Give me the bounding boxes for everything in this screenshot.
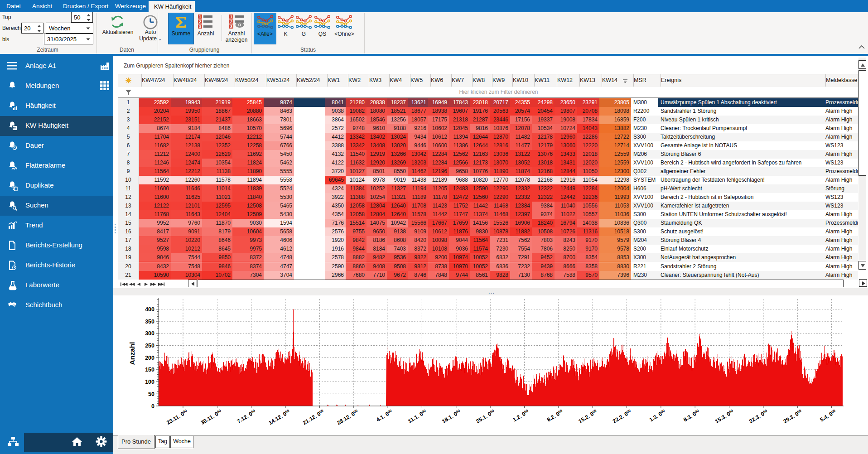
- svg-text:28.12. 000: 28.12. 000: [336, 408, 359, 426]
- svg-text:23.11. 000: 23.11. 000: [165, 408, 189, 426]
- svg-text:1: 1: [230, 14, 232, 19]
- svg-text:100: 100: [145, 379, 154, 385]
- svg-text:30.11. 000: 30.11. 000: [199, 408, 223, 426]
- svg-text:5.4. 000: 5.4. 000: [819, 408, 838, 423]
- svg-text:Anzahl: Anzahl: [128, 342, 136, 365]
- svg-text:350: 350: [145, 319, 154, 325]
- svg-text:18.1. 000: 18.1. 000: [441, 408, 462, 425]
- svg-text:1: 1: [199, 14, 201, 19]
- svg-text:25.1. 000: 25.1. 000: [475, 408, 496, 425]
- svg-text:15.3. 000: 15.3. 000: [714, 408, 735, 425]
- svg-text:21.12. 000: 21.12. 000: [302, 408, 325, 426]
- svg-text:29.3. 000: 29.3. 000: [782, 408, 804, 425]
- svg-text:1.3. 000: 1.3. 000: [648, 408, 667, 423]
- svg-text:400: 400: [145, 306, 154, 313]
- svg-text:7.12. 000: 7.12. 000: [236, 408, 257, 425]
- svg-text:200: 200: [145, 355, 154, 361]
- svg-text:3: 3: [199, 24, 201, 29]
- svg-text:50: 50: [148, 391, 154, 397]
- svg-text:250: 250: [145, 343, 154, 349]
- svg-text:8.3. 000: 8.3. 000: [682, 408, 701, 423]
- svg-text:150: 150: [145, 367, 154, 373]
- svg-text:2: 2: [230, 19, 232, 24]
- svg-text:11.1. 000: 11.1. 000: [407, 408, 428, 424]
- svg-text:3: 3: [230, 24, 232, 29]
- svg-text:1.2. 000: 1.2. 000: [511, 408, 530, 423]
- svg-text:0: 0: [151, 403, 154, 410]
- svg-text:22.3. 000: 22.3. 000: [748, 408, 769, 425]
- svg-text:15.2. 000: 15.2. 000: [577, 408, 598, 425]
- svg-text:2: 2: [199, 19, 201, 24]
- svg-text:4.1. 000: 4.1. 000: [375, 408, 394, 423]
- svg-text:8.2. 000: 8.2. 000: [546, 408, 564, 423]
- svg-text:300: 300: [145, 330, 154, 337]
- svg-text:22.2. 000: 22.2. 000: [612, 408, 633, 425]
- svg-text:14.12. 000: 14.12. 000: [268, 408, 291, 426]
